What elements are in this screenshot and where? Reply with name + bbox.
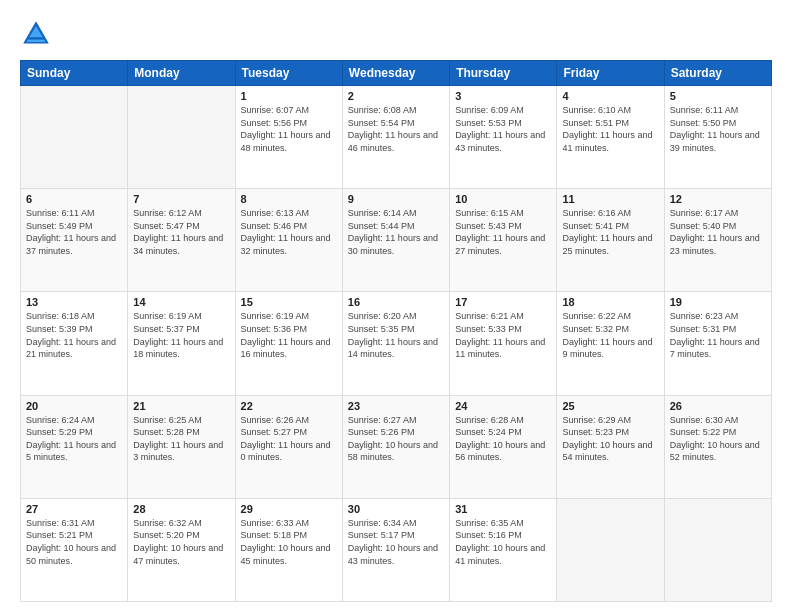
- calendar-cell: 4Sunrise: 6:10 AMSunset: 5:51 PMDaylight…: [557, 86, 664, 189]
- calendar-cell: 21Sunrise: 6:25 AMSunset: 5:28 PMDayligh…: [128, 395, 235, 498]
- day-number: 11: [562, 193, 658, 205]
- weekday-header: Tuesday: [235, 61, 342, 86]
- calendar-cell: 25Sunrise: 6:29 AMSunset: 5:23 PMDayligh…: [557, 395, 664, 498]
- day-number: 28: [133, 503, 229, 515]
- day-info: Sunrise: 6:24 AMSunset: 5:29 PMDaylight:…: [26, 414, 122, 464]
- calendar-cell: 30Sunrise: 6:34 AMSunset: 5:17 PMDayligh…: [342, 498, 449, 601]
- day-info: Sunrise: 6:09 AMSunset: 5:53 PMDaylight:…: [455, 104, 551, 154]
- day-number: 10: [455, 193, 551, 205]
- logo: [20, 18, 56, 50]
- day-number: 19: [670, 296, 766, 308]
- calendar-cell: 13Sunrise: 6:18 AMSunset: 5:39 PMDayligh…: [21, 292, 128, 395]
- day-number: 4: [562, 90, 658, 102]
- day-number: 8: [241, 193, 337, 205]
- calendar-cell: [664, 498, 771, 601]
- day-info: Sunrise: 6:22 AMSunset: 5:32 PMDaylight:…: [562, 310, 658, 360]
- day-number: 21: [133, 400, 229, 412]
- weekday-header: Saturday: [664, 61, 771, 86]
- calendar-cell: 18Sunrise: 6:22 AMSunset: 5:32 PMDayligh…: [557, 292, 664, 395]
- calendar-cell: 2Sunrise: 6:08 AMSunset: 5:54 PMDaylight…: [342, 86, 449, 189]
- day-number: 30: [348, 503, 444, 515]
- logo-icon: [20, 18, 52, 50]
- weekday-header: Friday: [557, 61, 664, 86]
- calendar-cell: 22Sunrise: 6:26 AMSunset: 5:27 PMDayligh…: [235, 395, 342, 498]
- day-info: Sunrise: 6:20 AMSunset: 5:35 PMDaylight:…: [348, 310, 444, 360]
- day-info: Sunrise: 6:33 AMSunset: 5:18 PMDaylight:…: [241, 517, 337, 567]
- day-info: Sunrise: 6:30 AMSunset: 5:22 PMDaylight:…: [670, 414, 766, 464]
- calendar-week-row: 6Sunrise: 6:11 AMSunset: 5:49 PMDaylight…: [21, 189, 772, 292]
- day-number: 5: [670, 90, 766, 102]
- page: SundayMondayTuesdayWednesdayThursdayFrid…: [0, 0, 792, 612]
- calendar-cell: 23Sunrise: 6:27 AMSunset: 5:26 PMDayligh…: [342, 395, 449, 498]
- day-number: 14: [133, 296, 229, 308]
- calendar-cell: 10Sunrise: 6:15 AMSunset: 5:43 PMDayligh…: [450, 189, 557, 292]
- day-number: 20: [26, 400, 122, 412]
- header: [20, 18, 772, 50]
- calendar-cell: 14Sunrise: 6:19 AMSunset: 5:37 PMDayligh…: [128, 292, 235, 395]
- day-number: 25: [562, 400, 658, 412]
- day-number: 16: [348, 296, 444, 308]
- calendar-cell: 29Sunrise: 6:33 AMSunset: 5:18 PMDayligh…: [235, 498, 342, 601]
- day-info: Sunrise: 6:23 AMSunset: 5:31 PMDaylight:…: [670, 310, 766, 360]
- day-info: Sunrise: 6:32 AMSunset: 5:20 PMDaylight:…: [133, 517, 229, 567]
- day-info: Sunrise: 6:15 AMSunset: 5:43 PMDaylight:…: [455, 207, 551, 257]
- day-number: 31: [455, 503, 551, 515]
- day-number: 22: [241, 400, 337, 412]
- day-info: Sunrise: 6:17 AMSunset: 5:40 PMDaylight:…: [670, 207, 766, 257]
- day-info: Sunrise: 6:18 AMSunset: 5:39 PMDaylight:…: [26, 310, 122, 360]
- day-number: 2: [348, 90, 444, 102]
- calendar-cell: [21, 86, 128, 189]
- calendar-table: SundayMondayTuesdayWednesdayThursdayFrid…: [20, 60, 772, 602]
- day-number: 24: [455, 400, 551, 412]
- day-number: 6: [26, 193, 122, 205]
- calendar-cell: 24Sunrise: 6:28 AMSunset: 5:24 PMDayligh…: [450, 395, 557, 498]
- day-info: Sunrise: 6:21 AMSunset: 5:33 PMDaylight:…: [455, 310, 551, 360]
- day-info: Sunrise: 6:35 AMSunset: 5:16 PMDaylight:…: [455, 517, 551, 567]
- calendar-cell: 6Sunrise: 6:11 AMSunset: 5:49 PMDaylight…: [21, 189, 128, 292]
- day-number: 29: [241, 503, 337, 515]
- calendar-cell: 5Sunrise: 6:11 AMSunset: 5:50 PMDaylight…: [664, 86, 771, 189]
- calendar-week-row: 20Sunrise: 6:24 AMSunset: 5:29 PMDayligh…: [21, 395, 772, 498]
- day-number: 27: [26, 503, 122, 515]
- calendar-cell: 12Sunrise: 6:17 AMSunset: 5:40 PMDayligh…: [664, 189, 771, 292]
- weekday-header: Sunday: [21, 61, 128, 86]
- day-info: Sunrise: 6:31 AMSunset: 5:21 PMDaylight:…: [26, 517, 122, 567]
- day-number: 12: [670, 193, 766, 205]
- calendar-week-row: 1Sunrise: 6:07 AMSunset: 5:56 PMDaylight…: [21, 86, 772, 189]
- day-number: 17: [455, 296, 551, 308]
- calendar-week-row: 27Sunrise: 6:31 AMSunset: 5:21 PMDayligh…: [21, 498, 772, 601]
- day-number: 15: [241, 296, 337, 308]
- day-info: Sunrise: 6:11 AMSunset: 5:49 PMDaylight:…: [26, 207, 122, 257]
- day-number: 18: [562, 296, 658, 308]
- day-info: Sunrise: 6:07 AMSunset: 5:56 PMDaylight:…: [241, 104, 337, 154]
- calendar-cell: 7Sunrise: 6:12 AMSunset: 5:47 PMDaylight…: [128, 189, 235, 292]
- day-number: 7: [133, 193, 229, 205]
- day-info: Sunrise: 6:08 AMSunset: 5:54 PMDaylight:…: [348, 104, 444, 154]
- calendar-cell: 1Sunrise: 6:07 AMSunset: 5:56 PMDaylight…: [235, 86, 342, 189]
- day-info: Sunrise: 6:25 AMSunset: 5:28 PMDaylight:…: [133, 414, 229, 464]
- day-info: Sunrise: 6:12 AMSunset: 5:47 PMDaylight:…: [133, 207, 229, 257]
- calendar-cell: [128, 86, 235, 189]
- weekday-header: Wednesday: [342, 61, 449, 86]
- day-info: Sunrise: 6:14 AMSunset: 5:44 PMDaylight:…: [348, 207, 444, 257]
- calendar-cell: 16Sunrise: 6:20 AMSunset: 5:35 PMDayligh…: [342, 292, 449, 395]
- weekday-header: Thursday: [450, 61, 557, 86]
- calendar-header-row: SundayMondayTuesdayWednesdayThursdayFrid…: [21, 61, 772, 86]
- day-info: Sunrise: 6:27 AMSunset: 5:26 PMDaylight:…: [348, 414, 444, 464]
- calendar-cell: [557, 498, 664, 601]
- calendar-cell: 17Sunrise: 6:21 AMSunset: 5:33 PMDayligh…: [450, 292, 557, 395]
- calendar-cell: 20Sunrise: 6:24 AMSunset: 5:29 PMDayligh…: [21, 395, 128, 498]
- day-number: 3: [455, 90, 551, 102]
- day-info: Sunrise: 6:10 AMSunset: 5:51 PMDaylight:…: [562, 104, 658, 154]
- day-info: Sunrise: 6:34 AMSunset: 5:17 PMDaylight:…: [348, 517, 444, 567]
- calendar-cell: 26Sunrise: 6:30 AMSunset: 5:22 PMDayligh…: [664, 395, 771, 498]
- day-info: Sunrise: 6:11 AMSunset: 5:50 PMDaylight:…: [670, 104, 766, 154]
- svg-rect-2: [28, 37, 44, 39]
- calendar-cell: 3Sunrise: 6:09 AMSunset: 5:53 PMDaylight…: [450, 86, 557, 189]
- day-info: Sunrise: 6:26 AMSunset: 5:27 PMDaylight:…: [241, 414, 337, 464]
- day-info: Sunrise: 6:19 AMSunset: 5:37 PMDaylight:…: [133, 310, 229, 360]
- day-info: Sunrise: 6:29 AMSunset: 5:23 PMDaylight:…: [562, 414, 658, 464]
- day-info: Sunrise: 6:19 AMSunset: 5:36 PMDaylight:…: [241, 310, 337, 360]
- calendar-cell: 31Sunrise: 6:35 AMSunset: 5:16 PMDayligh…: [450, 498, 557, 601]
- day-number: 23: [348, 400, 444, 412]
